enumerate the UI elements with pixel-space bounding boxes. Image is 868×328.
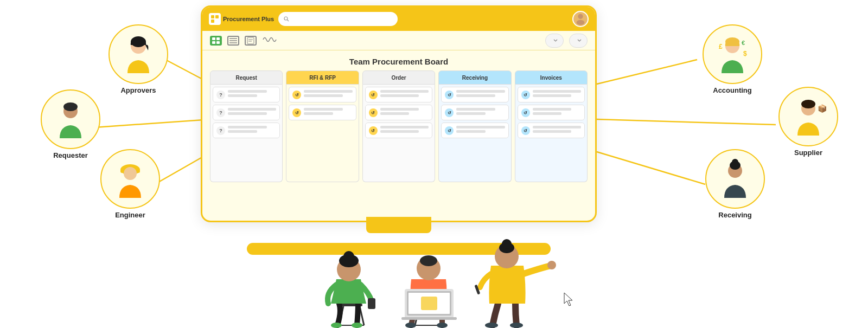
card-icon: ↺ bbox=[445, 108, 454, 117]
svg-text:€: € bbox=[742, 40, 745, 46]
card-line bbox=[533, 112, 562, 115]
accounting-illustration: £ € $ bbox=[708, 30, 757, 79]
col-header-invoices: Invoices bbox=[515, 70, 588, 85]
svg-point-53 bbox=[352, 323, 362, 328]
role-approvers: Approvers bbox=[108, 24, 168, 94]
col-header-request: Request bbox=[210, 70, 283, 85]
requester-avatar bbox=[41, 89, 100, 149]
card-lines bbox=[228, 90, 276, 97]
supplier-avatar: 📦 bbox=[778, 87, 838, 146]
svg-point-52 bbox=[331, 323, 342, 328]
svg-line-3 bbox=[597, 60, 697, 84]
card-lines bbox=[304, 108, 352, 115]
card-icon: ↺ bbox=[369, 126, 378, 135]
svg-point-12 bbox=[578, 14, 583, 19]
approvers-avatar bbox=[108, 24, 168, 84]
grid-view-icon[interactable] bbox=[210, 36, 222, 46]
table-row[interactable]: ↺ bbox=[365, 105, 432, 120]
card-icon: ↺ bbox=[369, 108, 378, 117]
card-lines bbox=[228, 126, 276, 133]
filter-dropdown-2[interactable] bbox=[569, 34, 588, 48]
col-body-rfi: ↺ ↺ bbox=[286, 85, 359, 182]
card-line bbox=[228, 112, 267, 115]
card-line bbox=[380, 112, 410, 115]
svg-point-62 bbox=[405, 323, 416, 328]
doc-view-icon[interactable] bbox=[245, 36, 257, 46]
card-line bbox=[228, 108, 276, 111]
people-illustration bbox=[244, 209, 624, 328]
card-line bbox=[380, 108, 419, 111]
table-row[interactable]: ↺ bbox=[518, 105, 585, 120]
logo-svg bbox=[210, 15, 219, 23]
card-line bbox=[380, 126, 429, 128]
receiving-label: Receiving bbox=[718, 211, 751, 219]
svg-line-1 bbox=[95, 119, 212, 127]
role-receiving: Receiving bbox=[705, 149, 765, 219]
monitor-header: Procurement Plus bbox=[202, 7, 595, 31]
table-row[interactable]: ↺ bbox=[365, 123, 432, 138]
card-line bbox=[304, 94, 343, 97]
card-line bbox=[456, 126, 505, 128]
table-row[interactable]: ↺ bbox=[289, 87, 356, 102]
card-line bbox=[228, 126, 267, 128]
table-row[interactable]: ↺ bbox=[441, 123, 508, 138]
svg-point-77 bbox=[502, 239, 512, 249]
wave-icon[interactable] bbox=[262, 35, 277, 47]
card-line bbox=[533, 126, 581, 128]
monitor-screen: Procurement Plus bbox=[201, 5, 597, 222]
table-row[interactable]: ? bbox=[213, 105, 280, 120]
col-header-order: Order bbox=[362, 70, 435, 85]
search-bar[interactable] bbox=[278, 12, 398, 26]
svg-rect-54 bbox=[368, 298, 375, 309]
requester-label: Requester bbox=[53, 151, 88, 159]
table-row[interactable]: ↺ bbox=[441, 105, 508, 120]
card-line bbox=[380, 90, 429, 93]
table-row[interactable]: ↺ bbox=[365, 87, 432, 102]
svg-text:£: £ bbox=[719, 43, 723, 50]
user-avatar[interactable] bbox=[572, 11, 589, 27]
scene: Procurement Plus bbox=[0, 0, 868, 328]
card-line bbox=[380, 130, 419, 133]
svg-rect-21 bbox=[247, 37, 254, 44]
table-row[interactable]: ↺ bbox=[289, 105, 356, 120]
card-lines bbox=[380, 90, 429, 97]
list-view-icon[interactable] bbox=[227, 36, 239, 46]
card-lines bbox=[533, 108, 581, 115]
card-lines bbox=[380, 126, 429, 133]
svg-point-73 bbox=[547, 261, 556, 269]
card-line bbox=[304, 108, 343, 111]
table-row[interactable]: ↺ bbox=[441, 87, 508, 102]
card-lines bbox=[456, 108, 505, 115]
svg-rect-14 bbox=[212, 37, 215, 40]
card-line bbox=[456, 112, 486, 115]
card-line bbox=[533, 130, 572, 133]
table-row[interactable]: ? bbox=[213, 123, 280, 138]
monitor-toolbar bbox=[202, 31, 595, 50]
svg-rect-6 bbox=[211, 15, 214, 18]
filter-dropdown-1[interactable] bbox=[545, 34, 564, 48]
svg-rect-16 bbox=[212, 41, 215, 44]
col-body-receiving: ↺ ↺ bbox=[438, 85, 511, 182]
svg-rect-7 bbox=[215, 15, 219, 18]
svg-point-10 bbox=[284, 17, 288, 20]
col-body-invoices: ↺ ↺ bbox=[515, 85, 588, 182]
requester-illustration bbox=[46, 95, 95, 144]
person-left bbox=[328, 251, 375, 328]
table-row[interactable]: ? bbox=[213, 87, 280, 102]
app-logo: Procurement Plus bbox=[209, 13, 274, 25]
table-row[interactable]: ↺ bbox=[518, 123, 585, 138]
role-engineer: Engineer bbox=[100, 149, 160, 219]
card-lines bbox=[533, 90, 581, 97]
column-receiving: Receiving ↺ ↺ bbox=[438, 70, 511, 182]
col-body-order: ↺ ↺ bbox=[362, 85, 435, 182]
card-line bbox=[228, 94, 257, 97]
svg-point-42 bbox=[801, 100, 815, 108]
col-header-receiving: Receiving bbox=[438, 70, 511, 85]
table-row[interactable]: ↺ bbox=[518, 87, 585, 102]
svg-rect-17 bbox=[216, 41, 220, 44]
card-line bbox=[304, 112, 333, 115]
svg-rect-67 bbox=[421, 297, 437, 310]
card-icon: ? bbox=[216, 126, 225, 135]
board-content: Team Procurement Board Request ? bbox=[202, 50, 595, 186]
card-lines bbox=[380, 108, 429, 115]
